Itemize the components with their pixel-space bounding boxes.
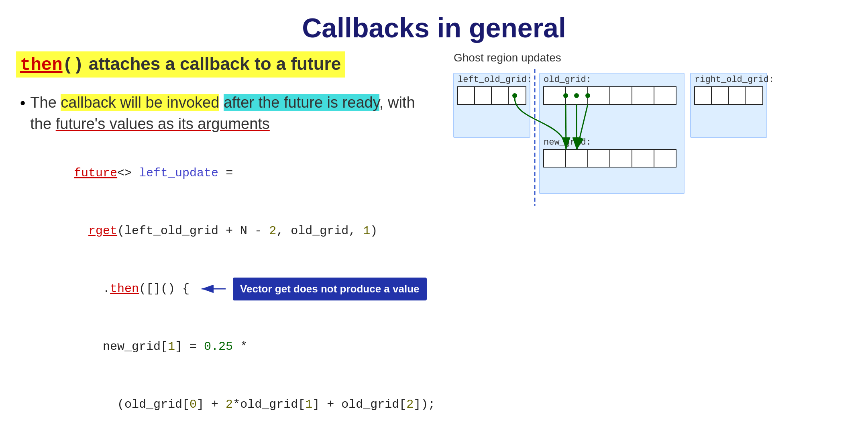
right-panel: Ghost region updates left_old_grid: old_… [454, 51, 815, 429]
then-highlight: then() attaches a callback to a future [16, 51, 345, 78]
svg-point-31 [585, 93, 590, 98]
svg-point-30 [563, 93, 568, 98]
code-line-1-4: new_grid[1] = 0.25 * [16, 318, 438, 376]
bullet-after-highlight: after the future is ready [224, 94, 379, 111]
left-grid-label: left_old_grid: [458, 75, 532, 85]
then-word: then [20, 55, 63, 75]
page-title: Callbacks in general [16, 12, 852, 43]
code-line-1-3-row: .then([]() { Vector get does not produce… [16, 260, 438, 318]
bullet-text: The callback will be invoked after the f… [30, 92, 438, 135]
code-line-1-1: future<> left_update = [16, 144, 438, 202]
bullet-dot: • [20, 93, 25, 114]
bullet-text-1: The [30, 94, 61, 111]
ghost-diagram-svg: left_old_grid: old_grid: new_grid: [454, 69, 799, 206]
old-grid-label: old_grid: [544, 75, 591, 85]
new-grid-label: new_grid: [544, 137, 591, 147]
bullet-item: • The callback will be invoked after the… [20, 92, 438, 135]
bullet-section: • The callback will be invoked after the… [16, 92, 438, 135]
callout-1-arrow-svg [198, 283, 230, 295]
callout-1: Vector get does not produce a value [233, 278, 426, 301]
code-line-1-5: (old_grid[0] + 2*old_grid[1] + old_grid[… [16, 376, 438, 429]
svg-point-29 [512, 93, 517, 98]
ghost-label: Ghost region updates [454, 51, 815, 64]
then-rest: attaches a callback to a future [84, 54, 341, 74]
bullet-futures-underline: future's values as its arguments [56, 115, 270, 132]
code-block-1: future<> left_update = rget(left_old_gri… [16, 144, 438, 429]
left-panel: then() attaches a callback to a future •… [16, 51, 438, 429]
svg-point-32 [574, 93, 579, 98]
code-future-1: future [74, 166, 117, 180]
main-layout: then() attaches a callback to a future •… [16, 51, 852, 429]
code-line-1-2: rget(left_old_grid + N - 2, old_grid, 1) [16, 202, 438, 260]
code-line-1-3: .then([]() { [16, 260, 189, 318]
bullet-text-2 [219, 94, 224, 111]
then-paren: () [63, 55, 84, 75]
bullet-callback-highlight: callback will be invoked [61, 94, 219, 111]
then-highlight-line: then() attaches a callback to a future [16, 51, 438, 85]
callout-1-container: Vector get does not produce a value [198, 278, 426, 301]
right-grid-label: right_old_grid: [695, 75, 774, 85]
